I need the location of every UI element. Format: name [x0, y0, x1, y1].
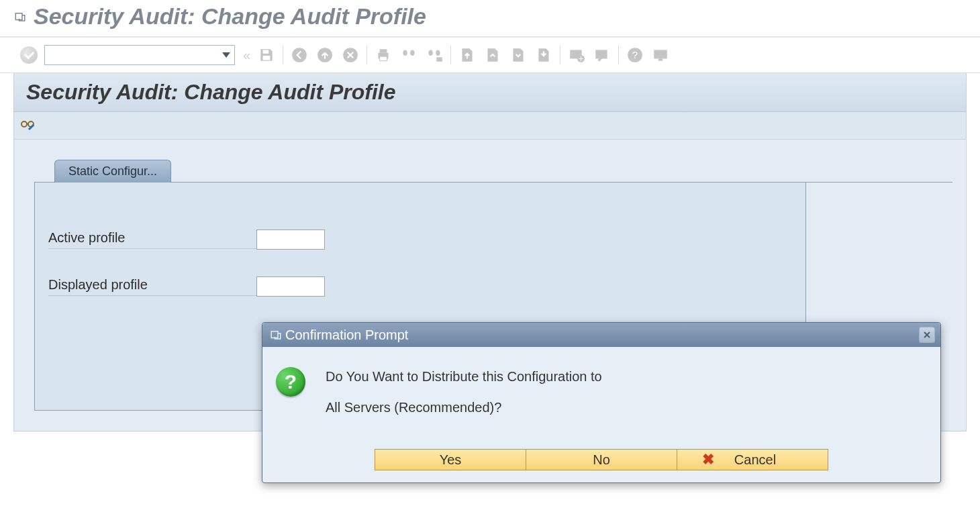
dialog-button-row: Yes No ✖ Cancel: [262, 449, 940, 482]
svg-rect-7: [380, 49, 387, 52]
next-page-icon[interactable]: [507, 44, 529, 66]
dialog-close-button[interactable]: [919, 327, 935, 343]
svg-rect-9: [436, 57, 442, 62]
displayed-profile-input[interactable]: [256, 276, 325, 297]
active-profile-label: Active profile: [48, 230, 256, 249]
displayed-profile-label: Displayed profile: [48, 277, 256, 296]
save-icon[interactable]: [256, 44, 277, 66]
exit-icon[interactable]: [314, 44, 336, 66]
display-change-icon[interactable]: [19, 117, 36, 134]
dialog-no-label: No: [593, 452, 610, 468]
page-title: Security Audit: Change Audit Profile: [26, 80, 954, 105]
active-profile-input[interactable]: [256, 229, 325, 250]
dialog-yes-label: Yes: [440, 452, 462, 468]
svg-rect-2: [263, 56, 271, 60]
back-icon[interactable]: [289, 44, 310, 66]
toolbar-separator: [366, 46, 367, 64]
svg-rect-8: [380, 56, 387, 61]
dialog-cancel-label: Cancel: [734, 452, 776, 468]
page-title-bar: Security Audit: Change Audit Profile: [14, 73, 966, 112]
dialog-yes-button[interactable]: Yes: [375, 449, 526, 470]
dialog-message: Do You Want to Distribute this Configura…: [326, 367, 602, 429]
command-field[interactable]: [44, 45, 235, 65]
window-titlebar: Security Audit: Change Audit Profile: [0, 0, 980, 36]
svg-text:?: ?: [632, 49, 638, 60]
toolbar-separator: [283, 46, 283, 64]
find-icon[interactable]: [398, 44, 420, 66]
new-session-icon[interactable]: [566, 44, 587, 66]
window-icon: [13, 10, 27, 23]
cancel-x-icon: ✖: [702, 451, 714, 468]
svg-point-17: [21, 121, 27, 127]
tab-static-configuration[interactable]: Static Configur...: [54, 160, 171, 183]
field-row-displayed-profile: Displayed profile: [48, 276, 792, 297]
toolbar-separator: [560, 46, 560, 64]
shortcut-icon[interactable]: [591, 44, 613, 66]
command-dropdown-icon[interactable]: [222, 52, 230, 58]
dialog-window-icon: [269, 328, 283, 342]
back-chevrons-icon: «: [239, 48, 252, 63]
dialog-message-line1: Do You Want to Distribute this Configura…: [326, 367, 602, 386]
toolbar-separator: [618, 46, 619, 64]
dialog-message-line2: All Servers (Recommended)?: [326, 398, 602, 417]
layout-icon[interactable]: [650, 44, 671, 66]
application-toolbar: [14, 112, 966, 140]
first-page-icon[interactable]: [456, 44, 478, 66]
enter-button[interactable]: [20, 46, 38, 64]
svg-rect-16: [658, 58, 663, 60]
system-toolbar: « ?: [0, 38, 980, 73]
print-icon[interactable]: [373, 44, 394, 66]
last-page-icon[interactable]: [533, 44, 554, 66]
svg-rect-1: [263, 50, 269, 53]
toolbar-separator: [450, 46, 451, 64]
confirmation-dialog: Confirmation Prompt ? Do You Want to Dis…: [262, 322, 941, 483]
window-title: Security Audit: Change Audit Profile: [34, 3, 426, 30]
tabstrip: Static Configur...: [34, 160, 952, 183]
svg-point-3: [292, 48, 307, 62]
dialog-titlebar: Confirmation Prompt: [262, 323, 940, 347]
cancel-icon[interactable]: [340, 44, 361, 66]
help-icon[interactable]: ?: [624, 44, 646, 66]
dialog-no-button[interactable]: No: [526, 449, 677, 470]
dialog-title: Confirmation Prompt: [283, 327, 919, 343]
svg-rect-15: [654, 50, 667, 58]
prev-page-icon[interactable]: [482, 44, 503, 66]
question-icon: ?: [276, 367, 305, 397]
dialog-body: ? Do You Want to Distribute this Configu…: [262, 347, 940, 449]
dialog-cancel-button[interactable]: ✖ Cancel: [677, 449, 828, 470]
find-next-icon[interactable]: [424, 44, 445, 66]
field-row-active-profile: Active profile: [48, 229, 792, 250]
